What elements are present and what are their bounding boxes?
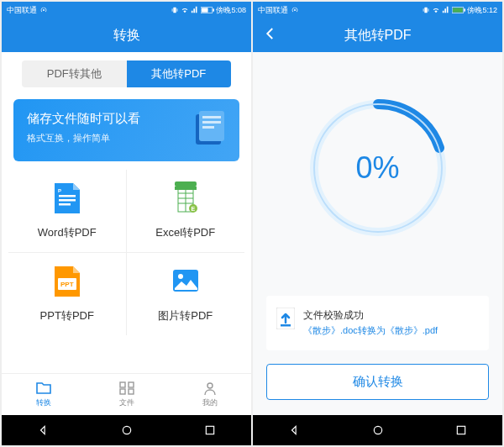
back-button[interactable] <box>263 26 278 45</box>
svg-point-29 <box>207 383 213 388</box>
svg-rect-28 <box>129 389 134 394</box>
svg-text:PPT: PPT <box>60 281 74 288</box>
svg-rect-16 <box>175 181 197 187</box>
svg-rect-11 <box>202 126 214 129</box>
header: 转换 <box>2 18 251 52</box>
sys-home-button[interactable] <box>119 423 134 438</box>
image-doc-icon <box>171 265 200 298</box>
battery-icon <box>201 7 214 13</box>
sys-home-button[interactable] <box>370 423 386 438</box>
svg-rect-9 <box>202 116 221 118</box>
svg-point-0 <box>43 9 45 11</box>
header-title: 其他转PDF <box>344 27 412 45</box>
phone-left: 中国联通 傍晚5:08 转换 PDF转其他 其他转PDF 储存文件随时可以看 格… <box>2 2 251 445</box>
grid-item-image[interactable]: 图片转PDF <box>127 253 245 335</box>
svg-rect-35 <box>428 8 429 11</box>
progress-area: 0% <box>253 52 502 284</box>
ppt-doc-icon: PPT <box>53 265 81 298</box>
battery-charging-icon <box>452 7 465 13</box>
svg-rect-10 <box>202 121 221 124</box>
svg-rect-6 <box>213 8 215 11</box>
word-doc-icon: P <box>53 181 81 215</box>
wifi-hotspot-icon <box>291 7 298 13</box>
time-label: 傍晚5:08 <box>216 5 246 16</box>
nav-label: 我的 <box>202 397 218 408</box>
signal-icon <box>442 6 450 14</box>
document-art-icon <box>191 111 229 150</box>
grid-item-excel[interactable]: E Excel转PDF <box>127 170 245 253</box>
sys-recent-button[interactable] <box>202 423 218 438</box>
wifi-hotspot-icon <box>40 7 47 13</box>
banner[interactable]: 储存文件随时可以看 格式互换，操作简单 <box>13 99 239 161</box>
file-detail-text: 《散步》.doc转换为《散步》.pdf <box>303 323 438 339</box>
svg-rect-13 <box>59 199 76 202</box>
signal-icon <box>191 6 199 14</box>
grid-label: PPT转PDF <box>40 308 94 323</box>
grid-item-ppt[interactable]: PPT PPT转PDF <box>8 253 127 335</box>
svg-rect-26 <box>129 382 134 387</box>
tab-other-to-pdf[interactable]: 其他转PDF <box>127 60 232 87</box>
wifi-icon <box>432 6 440 14</box>
vibrate-icon <box>171 6 179 14</box>
svg-rect-5 <box>202 8 208 12</box>
svg-rect-18 <box>175 187 197 190</box>
svg-rect-37 <box>454 8 464 12</box>
svg-rect-3 <box>177 8 178 11</box>
svg-rect-12 <box>59 195 76 197</box>
svg-text:P: P <box>58 188 61 193</box>
grid-label: 图片转PDF <box>158 308 213 323</box>
vibrate-icon <box>422 6 430 14</box>
svg-point-43 <box>374 426 381 434</box>
upload-file-icon <box>276 308 295 329</box>
sys-back-button[interactable] <box>287 423 302 438</box>
nav-label: 转换 <box>36 397 51 408</box>
android-nav-bar <box>2 415 251 445</box>
status-bar: 中国联通 傍晚5:08 <box>2 2 251 18</box>
grid-label: Word转PDF <box>38 225 97 240</box>
sys-back-button[interactable] <box>36 423 51 438</box>
svg-rect-2 <box>172 8 173 11</box>
carrier-label: 中国联通 <box>7 5 37 16</box>
svg-rect-33 <box>425 8 428 13</box>
header: 其他转PDF <box>253 18 502 52</box>
svg-rect-44 <box>457 426 465 434</box>
grid-label: Excel转PDF <box>155 225 215 240</box>
wifi-icon <box>181 6 189 14</box>
svg-rect-1 <box>174 8 176 13</box>
svg-rect-14 <box>59 203 71 206</box>
android-nav-bar <box>253 415 502 445</box>
svg-rect-34 <box>423 8 424 11</box>
svg-point-24 <box>178 274 183 279</box>
time-label: 傍晚5:12 <box>467 5 497 16</box>
tab-bar: PDF转其他 其他转PDF <box>2 52 251 96</box>
chevron-left-icon <box>263 26 278 41</box>
conversion-grid: P Word转PDF E Excel转PDF PPT PPT转PDF 图片转PD… <box>2 170 251 335</box>
nav-convert[interactable]: 转换 <box>2 374 85 415</box>
svg-point-32 <box>294 9 296 11</box>
excel-doc-icon: E <box>171 181 200 215</box>
grid-item-word[interactable]: P Word转PDF <box>8 170 127 253</box>
svg-point-30 <box>123 426 130 434</box>
svg-rect-42 <box>281 324 291 327</box>
nav-label: 文件 <box>119 397 134 408</box>
svg-text:E: E <box>191 206 195 212</box>
header-title: 转换 <box>113 27 140 45</box>
tab-pdf-to-other[interactable]: PDF转其他 <box>22 60 127 87</box>
person-icon <box>202 381 218 396</box>
svg-rect-31 <box>206 426 213 434</box>
nav-files[interactable]: 文件 <box>85 374 168 415</box>
progress-circle: 0% <box>304 94 452 242</box>
phone-right: 中国联通 傍晚5:12 其他转PDF 0% <box>253 2 502 445</box>
carrier-label: 中国联通 <box>258 5 288 16</box>
file-status-text: 文件校验成功 <box>303 308 438 323</box>
bottom-nav: 转换 文件 我的 <box>2 373 251 415</box>
confirm-convert-button[interactable]: 确认转换 <box>266 364 489 400</box>
sys-recent-button[interactable] <box>454 423 469 438</box>
nav-mine[interactable]: 我的 <box>168 374 251 415</box>
svg-rect-27 <box>120 389 125 394</box>
progress-percent: 0% <box>355 150 399 186</box>
folder-icon <box>35 381 52 396</box>
svg-rect-38 <box>465 8 466 11</box>
conversion-body: 0% 文件校验成功 《散步》.doc转换为《散步》.pdf 确认转换 <box>253 52 502 415</box>
status-bar: 中国联通 傍晚5:12 <box>253 2 502 18</box>
